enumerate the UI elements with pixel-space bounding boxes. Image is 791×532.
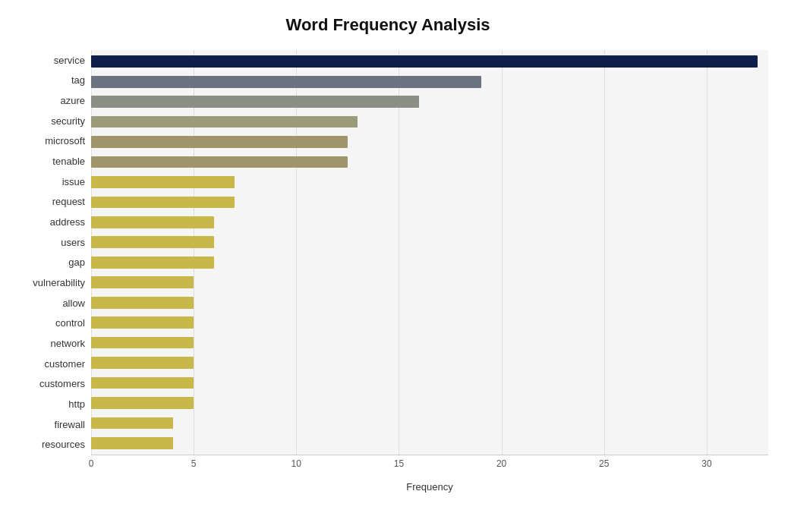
bar bbox=[91, 257, 214, 269]
y-label: control bbox=[8, 313, 91, 334]
plot-area: Frequency 051015202530 bbox=[91, 50, 768, 476]
bar-row bbox=[91, 313, 768, 332]
chart-container: Word Frequency Analysis servicetagazures… bbox=[0, 0, 791, 532]
bar-row bbox=[91, 353, 768, 373]
bar bbox=[91, 76, 481, 88]
bar-row bbox=[91, 52, 768, 71]
y-label: address bbox=[8, 212, 91, 232]
bar-row bbox=[91, 192, 768, 212]
bar-row bbox=[91, 172, 768, 192]
y-label: tag bbox=[8, 71, 91, 91]
bar-row bbox=[91, 433, 768, 453]
bar bbox=[91, 397, 194, 409]
bar-row bbox=[91, 71, 768, 91]
bar bbox=[91, 156, 348, 168]
y-label: customers bbox=[8, 374, 91, 395]
y-label: service bbox=[8, 50, 91, 71]
bar-row bbox=[91, 212, 768, 232]
y-label: customer bbox=[8, 354, 91, 374]
bar-row bbox=[91, 232, 768, 252]
bar bbox=[91, 437, 173, 449]
bar-row bbox=[91, 332, 768, 352]
y-axis: servicetagazuresecuritymicrosofttenablei… bbox=[8, 50, 91, 476]
bar bbox=[91, 276, 194, 288]
bar-row bbox=[91, 112, 768, 131]
bar-row bbox=[91, 413, 768, 433]
x-tick: 20 bbox=[496, 458, 506, 469]
bar bbox=[91, 417, 173, 430]
y-label: firewall bbox=[8, 414, 91, 435]
y-label: resources bbox=[8, 434, 91, 455]
x-tick: 15 bbox=[394, 458, 404, 469]
bar-row bbox=[91, 272, 768, 292]
y-label: tenable bbox=[8, 151, 91, 172]
bar-row bbox=[91, 373, 768, 392]
bar bbox=[91, 337, 194, 349]
y-label: allow bbox=[8, 293, 91, 313]
bar bbox=[91, 55, 758, 68]
x-axis: Frequency 051015202530 bbox=[91, 455, 768, 476]
bars-inner bbox=[91, 50, 768, 455]
y-label: request bbox=[8, 192, 91, 212]
bar bbox=[91, 357, 194, 369]
y-label: http bbox=[8, 394, 91, 414]
bar bbox=[91, 197, 235, 209]
bar-row bbox=[91, 292, 768, 312]
y-label: azure bbox=[8, 90, 91, 111]
bar bbox=[91, 116, 358, 128]
bar bbox=[91, 316, 194, 329]
x-tick: 0 bbox=[89, 458, 94, 469]
y-label: security bbox=[8, 111, 91, 131]
chart-title: Word Frequency Analysis bbox=[8, 15, 768, 35]
y-label: users bbox=[8, 232, 91, 253]
bar bbox=[91, 96, 419, 108]
x-tick: 10 bbox=[292, 458, 301, 469]
y-label: vulnerability bbox=[8, 272, 91, 293]
bar bbox=[91, 377, 194, 389]
bar-row bbox=[91, 92, 768, 112]
y-label: issue bbox=[8, 172, 91, 192]
x-tick: 5 bbox=[191, 458, 197, 469]
bar-row bbox=[91, 393, 768, 413]
bar-row bbox=[91, 253, 768, 272]
y-label: gap bbox=[8, 253, 91, 273]
bars-container bbox=[91, 50, 768, 455]
y-label: microsoft bbox=[8, 131, 91, 152]
bar bbox=[91, 176, 235, 188]
bar-row bbox=[91, 152, 768, 172]
chart-area: servicetagazuresecuritymicrosofttenablei… bbox=[8, 50, 768, 476]
x-tick: 25 bbox=[599, 458, 609, 469]
bar-row bbox=[91, 132, 768, 152]
bar bbox=[91, 216, 214, 228]
bar bbox=[91, 297, 194, 309]
bar bbox=[91, 136, 348, 148]
x-axis-label: Frequency bbox=[91, 481, 768, 493]
bar bbox=[91, 236, 214, 248]
y-label: network bbox=[8, 333, 91, 354]
x-tick: 30 bbox=[701, 458, 711, 469]
